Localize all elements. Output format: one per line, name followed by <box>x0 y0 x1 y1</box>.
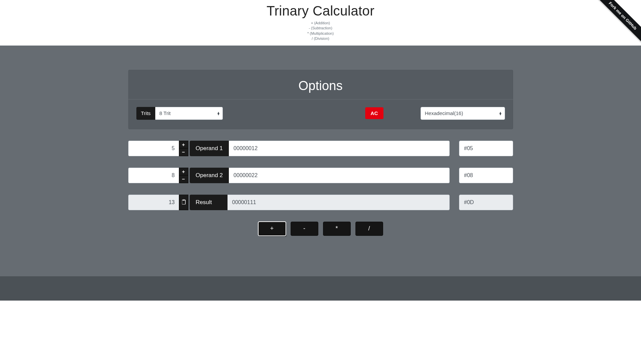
hint-sub: - (Subtraction) <box>0 26 641 31</box>
operand2-trinary-input[interactable] <box>229 168 450 183</box>
operation-buttons: + - * / <box>128 222 513 236</box>
divide-button[interactable]: / <box>355 222 383 236</box>
operand2-sign-minus-button[interactable]: − <box>179 175 188 183</box>
operand1-trinary-input[interactable] <box>229 141 450 156</box>
page-title: Trinary Calculator <box>0 3 641 19</box>
base-select[interactable]: Hexadecimal(16) ▲▼ <box>421 107 505 120</box>
operand1-decimal-input[interactable] <box>128 141 179 156</box>
options-panel: Options Trits 8 Trit ▲▼ AC Hexadecimal(1… <box>128 70 513 129</box>
subtract-button[interactable]: - <box>291 222 318 236</box>
clipboard-icon <box>181 199 186 205</box>
hint-add: + (Addition) <box>0 21 641 26</box>
trits-label: Trits <box>136 107 156 120</box>
chevron-updown-icon: ▲▼ <box>214 112 222 115</box>
operand2-label: Operand 2 <box>190 168 229 183</box>
copy-result-button[interactable] <box>179 195 188 210</box>
result-row: Result <box>128 195 513 210</box>
page-footer <box>0 276 641 301</box>
operand2-decimal-input[interactable] <box>128 168 179 183</box>
page-header: Trinary Calculator + (Addition) - (Subtr… <box>0 0 641 46</box>
chevron-updown-icon: ▲▼ <box>497 112 505 115</box>
divider <box>128 99 513 100</box>
options-title: Options <box>136 76 505 99</box>
add-button[interactable]: + <box>258 222 286 236</box>
operand2-hex-input[interactable] <box>459 168 513 183</box>
operand1-row: + − Operand 1 <box>128 141 513 156</box>
result-label: Result <box>190 195 228 210</box>
trits-group: Trits 8 Trit ▲▼ <box>136 107 223 120</box>
operation-hints: + (Addition) - (Subtraction) * (Multipli… <box>0 21 641 41</box>
operand2-sign-plus-button[interactable]: + <box>179 168 188 175</box>
hint-div: / (Division) <box>0 36 641 41</box>
operand1-sign-plus-button[interactable]: + <box>179 141 188 148</box>
base-select-value: Hexadecimal(16) <box>421 110 497 116</box>
operand2-row: + − Operand 2 <box>128 168 513 183</box>
operand1-sign-minus-button[interactable]: − <box>179 148 188 156</box>
operand1-hex-input[interactable] <box>459 141 513 156</box>
result-decimal-output <box>128 195 179 210</box>
trits-select-value: 8 Trit <box>155 110 214 116</box>
trits-select[interactable]: 8 Trit ▲▼ <box>155 107 223 120</box>
all-clear-button[interactable]: AC <box>365 107 383 119</box>
hint-mul: * (Multiplication) <box>0 31 641 36</box>
result-hex-output <box>459 195 513 210</box>
operand1-label: Operand 1 <box>190 141 229 156</box>
result-trinary-output <box>228 195 450 210</box>
multiply-button[interactable]: * <box>323 222 351 236</box>
main-area: Options Trits 8 Trit ▲▼ AC Hexadecimal(1… <box>0 46 641 276</box>
